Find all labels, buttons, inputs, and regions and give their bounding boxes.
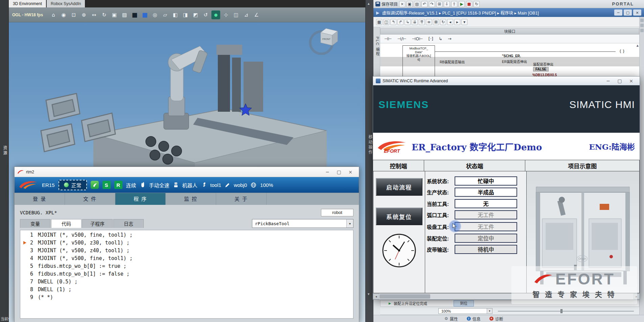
jump-icon[interactable]: → xyxy=(448,36,452,41)
contact-no-icon[interactable]: ⊣⊢ xyxy=(384,36,392,41)
rotate-view-icon[interactable]: ↻ xyxy=(100,10,109,19)
test-icon[interactable] xyxy=(640,29,644,32)
tab-code[interactable]: 代码 xyxy=(51,219,82,228)
tia-right-scrollbar[interactable] xyxy=(639,17,644,322)
menu-login[interactable]: 登 录 xyxy=(15,193,65,205)
tab-log[interactable]: 日志 xyxy=(113,219,144,228)
plane-left-icon[interactable]: ◧ xyxy=(171,10,180,19)
robot-menu-label[interactable]: 机器人 xyxy=(182,181,198,189)
maximize-icon[interactable]: ▢ xyxy=(614,78,625,84)
tab-properties[interactable]: ⚙ 属性 xyxy=(444,316,458,322)
tab-info[interactable]: i 信息 xyxy=(467,316,481,322)
crosshair-icon[interactable]: ⊹ xyxy=(222,10,230,19)
status-pill[interactable]: 正常 xyxy=(59,180,87,190)
monitor-on-icon[interactable]: ⊠ xyxy=(433,19,439,25)
redo-icon[interactable]: ↷ xyxy=(429,1,435,7)
badge-s[interactable]: S xyxy=(102,181,111,189)
start-simulation-icon[interactable]: ▶ xyxy=(459,1,465,7)
scroll-down-icon[interactable]: ▾ xyxy=(368,292,370,296)
section-box-icon[interactable]: ◫ xyxy=(232,10,240,19)
tab-subroutine[interactable]: 子程序 xyxy=(82,219,113,228)
hatch-shading-icon[interactable]: ▨ xyxy=(120,10,129,19)
zoom-slider[interactable] xyxy=(498,311,634,312)
options-icon[interactable]: ▾ xyxy=(461,19,467,25)
coil-icon[interactable]: ⊣O⊢ xyxy=(412,36,423,41)
start-process-button[interactable]: 启动流程 xyxy=(376,178,422,196)
task-card-icon[interactable] xyxy=(640,19,644,22)
save-project-label[interactable]: 保存项目 xyxy=(382,1,398,7)
close-icon[interactable]: × xyxy=(345,169,356,175)
close-icon[interactable]: × xyxy=(625,78,637,84)
maximize-icon[interactable]: ▢ xyxy=(333,169,345,175)
branch-icon[interactable]: ↳ xyxy=(439,36,442,41)
orbit-icon[interactable]: ◉ xyxy=(59,10,68,19)
tab-variables[interactable]: 变量 xyxy=(20,219,50,228)
wobj-label[interactable]: wobj0 xyxy=(234,182,247,188)
chevron-down-icon[interactable]: ▾ xyxy=(487,308,492,314)
maximize-icon[interactable]: ▢ xyxy=(624,9,632,16)
zoom-in-icon[interactable]: ⊕ xyxy=(79,10,88,19)
block-interface-bar[interactable]: 块接口 xyxy=(380,28,639,35)
empty-box-icon[interactable]: ◫ xyxy=(383,19,389,25)
compile-icon[interactable]: ⊞ xyxy=(436,1,442,7)
zoom-select[interactable]: 100% ▾ xyxy=(438,308,492,314)
cut-icon[interactable]: × xyxy=(399,1,405,7)
db-tag-box[interactable]: ModbusTCP_ Data" 接收机器人BOOL[ 6] xyxy=(402,45,435,77)
scroll-left-icon[interactable]: ◂ xyxy=(373,294,379,299)
close-icon[interactable]: × xyxy=(633,9,641,16)
menu-program[interactable]: 程 序 xyxy=(115,193,166,205)
forward-icon[interactable]: ▸ xyxy=(454,19,460,25)
goto-icon[interactable]: ↳ xyxy=(405,19,411,25)
triangle-ruler-icon[interactable]: ⊿ xyxy=(242,10,251,19)
navigation-cube[interactable]: FRONT xyxy=(306,24,344,55)
minimize-icon[interactable]: ─ xyxy=(322,169,333,175)
shaded-view-icon[interactable]: ■ xyxy=(130,10,139,19)
minimize-icon[interactable]: ─ xyxy=(614,9,622,16)
close-branch-icon[interactable]: ↱ xyxy=(397,19,404,25)
orbit-ccw-icon[interactable]: ↺ xyxy=(201,10,210,19)
record-icon[interactable]: ● xyxy=(211,10,220,19)
system-reset-button[interactable]: 系统复位 xyxy=(376,208,422,225)
measure-angle-icon[interactable]: ∠ xyxy=(252,10,261,19)
plane-top-icon[interactable]: ◩ xyxy=(191,10,200,19)
plane-right-icon[interactable]: ◨ xyxy=(181,10,190,19)
fit-view-icon[interactable]: ▣ xyxy=(110,10,119,19)
scroll-up-icon[interactable]: ▲ xyxy=(637,44,639,47)
back-icon[interactable]: ◂ xyxy=(447,19,453,25)
robot-button[interactable]: robot xyxy=(321,209,353,216)
contact-nc-icon[interactable]: ⊣/⊢ xyxy=(397,36,407,41)
collapse-all-icon[interactable]: ⇈ xyxy=(419,19,425,25)
library-icon[interactable] xyxy=(640,24,644,27)
pan-icon[interactable]: ↔ xyxy=(90,10,98,19)
ladder-network[interactable]: ModbusTCP_ Data" 接收机器人BOOL[ 6] RB装配是否输出 … xyxy=(380,43,639,77)
wireframe-view-icon[interactable]: ■ xyxy=(140,10,149,19)
tab-3d-environment[interactable]: 3D Environment xyxy=(9,0,46,7)
refresh-icon[interactable]: ↻ xyxy=(440,19,446,25)
chevron-down-icon[interactable]: ▾ xyxy=(346,219,353,228)
breadcrumb[interactable]: 虚拟调试程序-Release_V15.1 ▸ PLC_1 [CPU 1516-3… xyxy=(382,9,539,16)
scroll-up-icon[interactable]: ▴ xyxy=(368,1,370,6)
tab-diagnostics[interactable]: + 诊断 xyxy=(489,316,503,322)
minimize-icon[interactable]: ─ xyxy=(602,78,614,84)
copy-icon[interactable]: ▣ xyxy=(407,1,413,7)
empty-box-icon[interactable]: [·] xyxy=(429,36,433,41)
paste-icon[interactable]: ▤ xyxy=(414,1,420,7)
plc-programming-tab[interactable]: PLC 编程 xyxy=(375,37,380,56)
center-view-icon[interactable]: ◎ xyxy=(151,10,159,19)
stop-simulation-icon[interactable]: ■ xyxy=(466,1,472,7)
speed-mode-label[interactable]: 手动全速 xyxy=(149,181,169,189)
home-view-icon[interactable]: ⌂ xyxy=(49,10,58,19)
upload-icon[interactable]: ⇧ xyxy=(451,1,457,7)
tab-robox-sysaddin[interactable]: Robox SysAddIn xyxy=(47,0,85,7)
zoom-slider-knob[interactable] xyxy=(560,309,562,313)
code-editor[interactable]: 1MJOINT (*, v500, fine, tool1) ; 2MJOINT… xyxy=(20,230,353,319)
motor-on-icon[interactable] xyxy=(91,181,99,189)
zoom-window-icon[interactable]: ⊡ xyxy=(69,10,78,19)
menu-file[interactable]: 文 件 xyxy=(65,193,115,205)
insert-network-icon[interactable]: ▦ xyxy=(376,19,382,25)
undo-icon[interactable]: ↶ xyxy=(421,1,428,7)
watch-cell-selected[interactable]: 到位 xyxy=(454,300,474,306)
tool-label[interactable]: tool1 xyxy=(210,182,222,188)
open-branch-icon[interactable]: ↰ xyxy=(390,19,396,25)
run-mode-label[interactable]: 连续 xyxy=(126,181,136,189)
